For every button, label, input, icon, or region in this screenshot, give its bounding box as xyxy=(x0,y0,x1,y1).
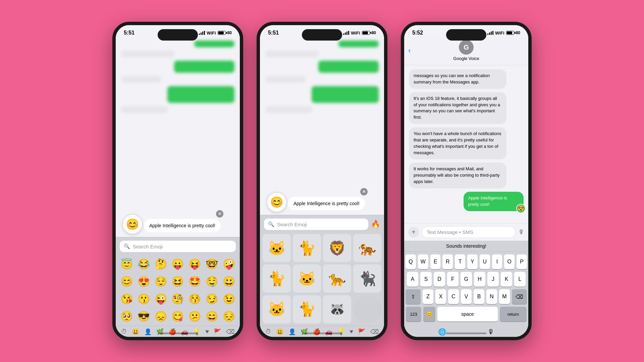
objects-icon-2[interactable]: 💡 xyxy=(337,328,345,336)
emoji-cell[interactable]: 🤤 xyxy=(204,273,220,290)
key-i[interactable]: I xyxy=(492,254,502,269)
key-m[interactable]: M xyxy=(499,289,510,304)
food-icon[interactable]: 🍎 xyxy=(169,328,176,336)
emoji-cell[interactable]: 😆 xyxy=(170,273,186,290)
food-icon-2[interactable]: 🍎 xyxy=(313,328,320,336)
return-key[interactable]: return xyxy=(500,307,527,321)
key-z[interactable]: Z xyxy=(423,289,433,304)
emoji-cell[interactable]: 😜 xyxy=(153,290,169,307)
sticker-cell[interactable]: 🐱 xyxy=(263,234,291,262)
people-icon-2[interactable]: 👤 xyxy=(288,328,296,336)
sticker-cell[interactable]: 🐈‍⬛ xyxy=(353,264,381,293)
sticker-cell[interactable]: 🦁 xyxy=(323,234,351,262)
nature-icon-2[interactable]: 🌿 xyxy=(301,328,308,336)
recent-icon-2[interactable]: ⏱ xyxy=(265,328,271,336)
emoji-cell[interactable]: 😔 xyxy=(221,308,237,324)
delete-icon-2[interactable]: ⌫ xyxy=(370,328,379,336)
emoji-cell[interactable]: 🤔 xyxy=(153,255,169,272)
travel-icon[interactable]: 🚗 xyxy=(181,328,188,336)
message-input-3[interactable]: Text Message • SMS xyxy=(422,226,516,238)
sticker-icon-2[interactable]: 🔥 xyxy=(371,220,380,229)
symbols-icon[interactable]: ♥ xyxy=(205,328,209,336)
reaction-close-btn-1[interactable]: ✕ xyxy=(216,210,223,218)
emoji-search-bar-1[interactable]: 🔍 Search Emoji xyxy=(120,241,236,252)
key-w[interactable]: W xyxy=(418,254,428,269)
people-icon[interactable]: 👤 xyxy=(144,328,152,336)
emoji-cell[interactable]: 😚 xyxy=(186,290,203,307)
nature-icon[interactable]: 🌿 xyxy=(156,328,164,336)
space-key[interactable]: space xyxy=(437,307,498,321)
add-attachment-button[interactable]: + xyxy=(408,227,419,238)
recent-icon[interactable]: ⏱ xyxy=(121,328,127,336)
delete-icon-1[interactable]: ⌫ xyxy=(226,328,234,336)
emoji-cell[interactable]: 😎 xyxy=(136,308,152,324)
key-b[interactable]: B xyxy=(474,289,484,304)
sticker-cell[interactable]: 🦝 xyxy=(323,295,351,323)
sticker-cell[interactable]: 🐈 xyxy=(293,234,321,262)
delete-key[interactable]: ⌫ xyxy=(512,289,527,304)
emoji-cell[interactable]: 😝 xyxy=(186,255,203,272)
key-s[interactable]: S xyxy=(420,272,432,287)
sticker-cell[interactable]: 🐆 xyxy=(323,264,351,293)
key-k[interactable]: K xyxy=(501,272,512,287)
key-j[interactable]: J xyxy=(487,272,499,287)
key-v[interactable]: V xyxy=(461,289,472,304)
emoji-cell[interactable]: 🥺 xyxy=(118,308,135,324)
key-a[interactable]: A xyxy=(407,272,418,287)
emoji-cell[interactable]: 😗 xyxy=(136,290,152,307)
sticker-cell[interactable]: 🐱 xyxy=(263,295,291,323)
emoji-cell[interactable]: 😕 xyxy=(186,308,203,324)
shift-key[interactable]: ⇧ xyxy=(406,289,421,304)
mic-bottom-icon-3[interactable]: 🎙 xyxy=(488,328,494,336)
smileys-icon[interactable]: 😃 xyxy=(132,328,139,336)
emoji-cell[interactable]: 😊 xyxy=(118,273,135,290)
emoji-cell[interactable]: 😂 xyxy=(136,255,152,272)
emoji-cell[interactable]: 😛 xyxy=(170,255,186,272)
emoji-cell[interactable]: 😉 xyxy=(221,290,237,307)
emoji-cell[interactable]: 😋 xyxy=(170,308,186,324)
travel-icon-2[interactable]: 🚗 xyxy=(325,328,332,336)
key-t[interactable]: T xyxy=(455,254,465,269)
back-button-3[interactable]: ‹ xyxy=(408,46,411,55)
key-x[interactable]: X xyxy=(435,289,446,304)
mic-icon-3[interactable]: 🎙 xyxy=(518,229,524,236)
emoji-cell[interactable]: 😏 xyxy=(204,290,220,307)
sticker-cell[interactable]: 🐈 xyxy=(263,264,291,293)
emoji-cell[interactable]: 🧐 xyxy=(170,290,186,307)
emoji-cell[interactable]: 🤪 xyxy=(221,255,237,272)
reaction-close-btn-2[interactable]: ✕ xyxy=(360,188,368,195)
key-o[interactable]: O xyxy=(504,254,515,269)
emoji-cell[interactable]: 😄 xyxy=(204,308,220,324)
key-g[interactable]: G xyxy=(461,272,472,287)
objects-icon[interactable]: 💡 xyxy=(193,328,201,336)
emoji-cell[interactable]: 😌 xyxy=(153,273,169,290)
num-key[interactable]: 123 xyxy=(406,307,421,321)
flags-icon[interactable]: 🚩 xyxy=(214,328,221,336)
key-h[interactable]: H xyxy=(474,272,485,287)
key-f[interactable]: F xyxy=(447,272,459,287)
flags-icon-2[interactable]: 🚩 xyxy=(358,328,365,336)
key-d[interactable]: D xyxy=(434,272,445,287)
sticker-search-bar-2[interactable]: 🔍 Search Emoji xyxy=(264,219,368,230)
key-l[interactable]: L xyxy=(514,272,526,287)
emoji-cell[interactable]: 🤓 xyxy=(204,255,220,272)
emoji-cell[interactable]: 😇 xyxy=(118,255,135,272)
emoji-cell[interactable]: 😞 xyxy=(153,308,169,324)
key-y[interactable]: Y xyxy=(467,254,478,269)
key-q[interactable]: Q xyxy=(406,254,416,269)
globe-icon-3[interactable]: 🌐 xyxy=(438,328,446,336)
suggestion-text-3[interactable]: Sounds interesting! xyxy=(446,243,486,249)
sticker-cell[interactable]: 🐱 xyxy=(293,264,321,293)
sticker-cell[interactable] xyxy=(353,295,381,323)
emoji-cell[interactable]: 😘 xyxy=(118,290,135,307)
emoji-cell[interactable]: 😀 xyxy=(221,273,237,290)
key-e[interactable]: E xyxy=(430,254,441,269)
key-c[interactable]: C xyxy=(448,289,459,304)
emoji-cell[interactable]: 😍 xyxy=(136,273,152,290)
key-p[interactable]: P xyxy=(517,254,527,269)
symbols-icon-2[interactable]: ♥ xyxy=(350,328,353,336)
sticker-cell[interactable]: 🐅 xyxy=(353,234,381,262)
smileys-icon-2[interactable]: 😃 xyxy=(276,328,283,336)
emoji-cell[interactable]: 🤩 xyxy=(186,273,203,290)
emoji-key[interactable]: 😊 xyxy=(423,307,435,321)
